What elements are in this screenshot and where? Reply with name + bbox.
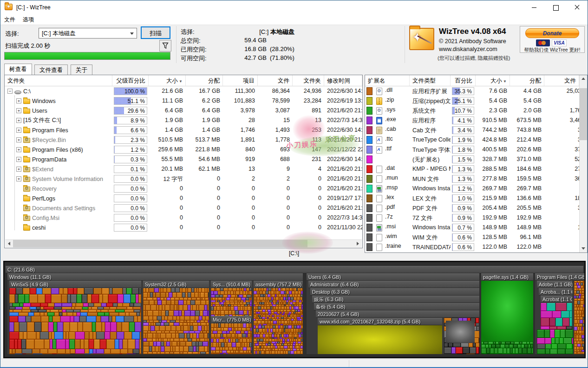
tree-header-6[interactable]: 文件夹	[293, 75, 324, 86]
donate-button[interactable]: Donate	[525, 28, 579, 38]
treemap-label-acroba[interactable]: Acroba... (1.1 GB)	[539, 288, 572, 295]
ext-row[interactable]: .lexLEX 文件1.0 %215.9 MB136.6 MB188	[365, 194, 587, 203]
title-bar[interactable]: [C:] - WizTree	[0, 0, 588, 14]
scroll-up-arrow[interactable]	[580, 75, 588, 83]
expand-toggle[interactable]: +	[16, 118, 21, 123]
treemap-block-misc[interactable]	[446, 321, 475, 343]
vertical-scrollbar[interactable]	[579, 75, 587, 252]
tree-row[interactable]: +$Extend0.1 %20.1 MB62.1 MB13942021/6/20…	[5, 164, 362, 174]
tree-header-0[interactable]: 文件夹	[5, 75, 112, 86]
scroll-right-arrow[interactable]	[354, 240, 362, 247]
ext-row[interactable]: .dll应用程序扩展35.3 %7.6 GB4.4 GB25,038	[365, 86, 587, 96]
maximize-button[interactable]	[545, 0, 566, 14]
ext-row[interactable]: .mspWindows Installe1.2 %269.7 MB269.7 M…	[365, 184, 587, 194]
tree-row[interactable]: Config.Msi0.0 %000002022/7/3 14:3	[5, 213, 362, 223]
treemap-label-users[interactable]: Users (6.4 GB)	[307, 273, 479, 280]
scrollbar-thumb[interactable]	[13, 240, 307, 247]
treemap-label-micr[interactable]: Micr... (775.0 MB)	[211, 316, 252, 323]
expand-toggle[interactable]: +	[16, 128, 21, 133]
tree-row[interactable]: +ProgramData0.3 %55.5 MB54.6 MB919688231…	[5, 155, 362, 164]
tree-row[interactable]: Documents and Settings0.0 %000002021/6/2…	[5, 203, 362, 213]
ext-row[interactable]: .zip压缩(zipped)文件25.1 %5.4 GB5.4 GB3	[365, 96, 587, 106]
treemap-label-beifen[interactable]: 备份 (5.4 GB)	[314, 303, 479, 310]
tree-header-5[interactable]: 文件	[258, 75, 293, 86]
treemap-label-system32[interactable]: System32 (2.5 GB)	[143, 281, 209, 288]
treemap-area[interactable]: C: (21.6 GB)Windows (11.1 GB)WinSxS (4.9…	[5, 262, 584, 357]
ext-header-0[interactable]: 扩展名	[365, 75, 410, 86]
treemap-label-administrator[interactable]: Administrator (6.4 GB)	[308, 281, 479, 288]
ext-header-4[interactable]: 分配	[510, 75, 544, 86]
tree-header-2[interactable]: 大小 ▼	[149, 75, 186, 86]
horizontal-scrollbar[interactable]	[5, 239, 362, 247]
ext-row[interactable]: .pdfPDF 文件0.9 %205.4 MB205.5 MB36	[365, 203, 587, 213]
drive-combobox[interactable]: [C:] 本地磁盘	[39, 28, 137, 39]
tree-row[interactable]: +Windows51.1 %11.1 GB6.2 GB101,88378,599…	[5, 96, 362, 106]
expand-toggle[interactable]: +	[16, 176, 21, 181]
treemap-label-acrobat[interactable]: Acrobat (1.1 GB)	[541, 296, 572, 303]
expand-toggle[interactable]: +	[16, 137, 21, 142]
tree-row[interactable]: Recovery0.0 %000002021/6/20 21:1	[5, 184, 362, 194]
ext-row[interactable]: .datKMP - MPEG Mo1.3 %288.5 MB184.6 MB27…	[365, 164, 587, 174]
treemap-label-zipfile[interactable]: www.x6d.com_20210627_132048.zip (5.4 GB)	[318, 318, 442, 325]
treemap-label-pagefile[interactable]: pagefile.sys (1.4 GB)	[481, 273, 533, 280]
tab-0[interactable]: 树查看	[4, 64, 32, 75]
ext-row[interactable]: .msiWindows Installe0.7 %148.9 MB148.9 M…	[365, 223, 587, 232]
expand-toggle[interactable]: +	[16, 167, 21, 172]
tree-row[interactable]: −C:\100.0 %21.6 GB16.7 GB111,30086,36424…	[5, 86, 362, 96]
menu-item-0[interactable]: 文件	[0, 14, 19, 25]
scroll-left-arrow[interactable]	[5, 240, 13, 247]
scrollbar-thumb[interactable]	[580, 88, 587, 140]
treemap-label-assembly[interactable]: assembly (757.2 MB)	[254, 281, 303, 288]
ext-header-3[interactable]: 大小 ▼	[476, 75, 510, 86]
tree-row[interactable]: PerfLogs0.0 %000002019/12/7 17:1	[5, 194, 362, 203]
ext-row[interactable]: .ttcTrueType Collect1.9 %424.8 MB212.4 M…	[365, 135, 587, 145]
tree-header-3[interactable]: 分配	[186, 75, 223, 86]
ext-header-5[interactable]: 文件	[544, 75, 579, 86]
tree-header-1[interactable]: 父级百分比	[112, 75, 149, 86]
treemap-label-winsxs[interactable]: WinSxS (4.9 GB)	[9, 281, 141, 288]
tree-row[interactable]: +System Volume Information0.0 %12 字节0220…	[5, 174, 362, 184]
expand-toggle[interactable]: +	[16, 147, 21, 152]
expand-toggle[interactable]: +	[16, 98, 21, 103]
treemap-label-adobe[interactable]: Adobe (1.1 GB)	[537, 281, 572, 288]
tab-1[interactable]: 文件查看	[34, 65, 68, 75]
treemap[interactable]: C: (21.6 GB)Windows (11.1 GB)WinSxS (4.9…	[3, 261, 586, 358]
tree-row[interactable]: +Program Files6.6 %1.4 GB1.4 GB1,7461,49…	[5, 125, 362, 135]
brand-website-link[interactable]: www.diskanalyzer.com	[439, 46, 497, 52]
treemap-label-programfiles[interactable]: Program Files (1.4 GB)	[535, 273, 584, 280]
scan-button[interactable]: 扫描	[141, 26, 170, 39]
treemap-label-yule[interactable]: 娱乐 (6.3 GB)	[312, 296, 479, 303]
treemap-label-d20210627[interactable]: 20210627 (5.4 GB)	[316, 310, 479, 317]
tree-header-7[interactable]: 修改时间	[324, 75, 362, 86]
ext-row[interactable]: .cabCab 文件3.4 %744.2 MB743.8 MB30	[365, 125, 587, 135]
tree-row[interactable]: +Program Files (x86)1.2 %259.6 MB221.8 M…	[5, 145, 362, 155]
expand-toggle[interactable]: +	[16, 108, 21, 113]
ext-row[interactable]: .wimWIM 文件0.6 %128.5 MB96.1 MB7	[365, 232, 587, 242]
expand-toggle[interactable]: +	[16, 157, 21, 162]
minimize-button[interactable]	[523, 0, 545, 14]
tree-header-4[interactable]: 项目	[223, 75, 258, 86]
tree-row[interactable]: +$Recycle.Bin2.3 %510.5 MB513.7 MB1,8911…	[5, 135, 362, 145]
treemap-label-sysdir[interactable]: Sys... (910.4 MB)	[211, 281, 252, 288]
ext-header-2[interactable]: 百分比	[451, 75, 476, 86]
ext-row[interactable]: .sys系统文件10.7 %2.3 GB2.0 GB1,768	[365, 106, 587, 116]
percent-value: 100.0 %	[124, 88, 145, 95]
ext-row[interactable]: .7z7Z 文件0.9 %192.9 MB192.9 MB2	[365, 213, 587, 223]
treemap-label-desktop[interactable]: Desktop (6.3 GB)	[310, 288, 479, 295]
treemap-label-windows[interactable]: Windows (11.1 GB)	[7, 273, 303, 280]
treemap-label-root[interactable]: C: (21.6 GB)	[6, 266, 583, 273]
ext-header-1[interactable]: 文件类型	[410, 75, 451, 86]
expand-toggle[interactable]: −	[7, 89, 13, 94]
menu-item-1[interactable]: 选项	[19, 14, 38, 25]
tree-row[interactable]: +Users29.6 %6.4 GB6.4 GB3,9783,087891202…	[5, 106, 362, 116]
close-button[interactable]	[566, 0, 588, 14]
treemap-block-pagefile[interactable]	[481, 280, 533, 342]
ext-row[interactable]: (无扩展名)1.5 %328.7 MB371.0 MB524	[365, 155, 587, 164]
tree-row[interactable]: ceshi0.0 %000002021/11/30 22	[5, 223, 362, 232]
tree-row[interactable]: +[15 文件在 C:\]8.9 %1.9 GB1.9 GB2815132022…	[5, 116, 362, 125]
ext-row[interactable]: .ttfTrueType 字体文1.8 %400.5 MB202.6 MB374	[365, 145, 587, 155]
filter-button[interactable]	[159, 40, 171, 52]
tab-2[interactable]: 关于	[71, 65, 92, 75]
ext-row[interactable]: .exe应用程序4.1 %910.5 MB673.5 MB3,468	[365, 116, 587, 125]
ext-row[interactable]: .munMUN 文件1.3 %277.8 MB159.5 MB367	[365, 174, 587, 184]
